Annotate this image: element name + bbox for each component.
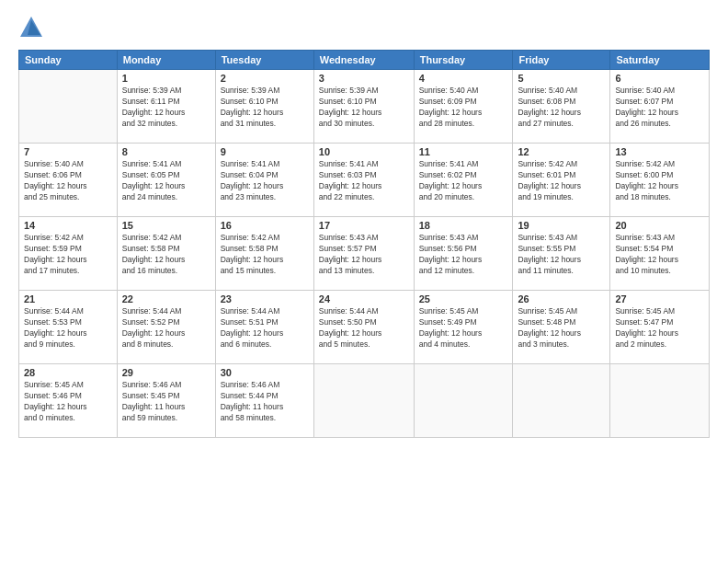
day-number: 8 [122, 146, 210, 157]
calendar-cell: 25Sunrise: 5:45 AMSunset: 5:49 PMDayligh… [414, 291, 513, 364]
day-info: Sunrise: 5:40 AMSunset: 6:08 PMDaylight:… [518, 86, 605, 130]
calendar-week-row: 1Sunrise: 5:39 AMSunset: 6:11 PMDaylight… [19, 70, 710, 144]
logo-icon [18, 15, 44, 40]
calendar-cell: 27Sunrise: 5:45 AMSunset: 5:47 PMDayligh… [610, 291, 710, 364]
day-info: Sunrise: 5:40 AMSunset: 6:09 PMDaylight:… [419, 86, 508, 130]
day-number: 26 [518, 293, 605, 304]
day-info: Sunrise: 5:44 AMSunset: 5:53 PMDaylight:… [24, 306, 112, 350]
day-number: 19 [518, 220, 605, 231]
day-info: Sunrise: 5:43 AMSunset: 5:54 PMDaylight:… [615, 233, 704, 277]
calendar-week-row: 7Sunrise: 5:40 AMSunset: 6:06 PMDaylight… [19, 144, 710, 217]
day-info: Sunrise: 5:45 AMSunset: 5:46 PMDaylight:… [24, 380, 112, 424]
day-info: Sunrise: 5:40 AMSunset: 6:07 PMDaylight:… [615, 86, 704, 130]
day-info: Sunrise: 5:39 AMSunset: 6:11 PMDaylight:… [122, 86, 210, 130]
calendar-week-row: 28Sunrise: 5:45 AMSunset: 5:46 PMDayligh… [19, 364, 710, 438]
day-number: 15 [122, 220, 210, 231]
day-info: Sunrise: 5:46 AMSunset: 5:44 PMDaylight:… [221, 380, 309, 424]
day-number: 7 [24, 146, 112, 157]
day-number: 4 [419, 73, 508, 84]
weekday-header-row: Sunday Monday Tuesday Wednesday Thursday… [19, 51, 710, 70]
day-number: 22 [122, 293, 210, 304]
calendar-cell [513, 364, 610, 438]
calendar-cell: 29Sunrise: 5:46 AMSunset: 5:45 PMDayligh… [117, 364, 215, 438]
day-info: Sunrise: 5:43 AMSunset: 5:55 PMDaylight:… [518, 233, 605, 277]
day-number: 24 [319, 293, 409, 304]
calendar-cell: 20Sunrise: 5:43 AMSunset: 5:54 PMDayligh… [610, 217, 710, 291]
calendar-cell: 18Sunrise: 5:43 AMSunset: 5:56 PMDayligh… [414, 217, 513, 291]
calendar-cell [610, 364, 710, 438]
calendar-cell: 6Sunrise: 5:40 AMSunset: 6:07 PMDaylight… [610, 70, 710, 144]
header-sunday: Sunday [19, 51, 118, 70]
calendar-cell: 13Sunrise: 5:42 AMSunset: 6:00 PMDayligh… [610, 144, 710, 217]
calendar-cell: 1Sunrise: 5:39 AMSunset: 6:11 PMDaylight… [117, 70, 215, 144]
day-info: Sunrise: 5:42 AMSunset: 5:58 PMDaylight:… [221, 233, 309, 277]
day-number: 29 [122, 367, 210, 378]
day-info: Sunrise: 5:40 AMSunset: 6:06 PMDaylight:… [24, 159, 112, 203]
calendar-cell [414, 364, 513, 438]
day-number: 9 [221, 146, 309, 157]
calendar-week-row: 14Sunrise: 5:42 AMSunset: 5:59 PMDayligh… [19, 217, 710, 291]
day-number: 14 [24, 220, 112, 231]
header-saturday: Saturday [610, 51, 710, 70]
day-number: 1 [122, 73, 210, 84]
day-info: Sunrise: 5:44 AMSunset: 5:50 PMDaylight:… [319, 306, 409, 350]
day-number: 21 [24, 293, 112, 304]
day-info: Sunrise: 5:41 AMSunset: 6:05 PMDaylight:… [122, 159, 210, 203]
day-number: 6 [615, 73, 704, 84]
day-info: Sunrise: 5:43 AMSunset: 5:56 PMDaylight:… [419, 233, 508, 277]
calendar-cell [313, 364, 414, 438]
day-number: 2 [221, 73, 309, 84]
day-number: 23 [221, 293, 309, 304]
logo [18, 15, 48, 40]
day-number: 5 [518, 73, 605, 84]
day-number: 28 [24, 367, 112, 378]
day-info: Sunrise: 5:44 AMSunset: 5:52 PMDaylight:… [122, 306, 210, 350]
calendar-cell: 15Sunrise: 5:42 AMSunset: 5:58 PMDayligh… [117, 217, 215, 291]
calendar-cell: 8Sunrise: 5:41 AMSunset: 6:05 PMDaylight… [117, 144, 215, 217]
calendar-cell: 24Sunrise: 5:44 AMSunset: 5:50 PMDayligh… [313, 291, 414, 364]
day-number: 20 [615, 220, 704, 231]
day-info: Sunrise: 5:39 AMSunset: 6:10 PMDaylight:… [221, 86, 309, 130]
day-info: Sunrise: 5:41 AMSunset: 6:02 PMDaylight:… [419, 159, 508, 203]
day-info: Sunrise: 5:42 AMSunset: 6:01 PMDaylight:… [518, 159, 605, 203]
day-info: Sunrise: 5:42 AMSunset: 5:59 PMDaylight:… [24, 233, 112, 277]
day-number: 3 [319, 73, 409, 84]
day-info: Sunrise: 5:39 AMSunset: 6:10 PMDaylight:… [319, 86, 409, 130]
calendar-cell: 10Sunrise: 5:41 AMSunset: 6:03 PMDayligh… [313, 144, 414, 217]
calendar: Sunday Monday Tuesday Wednesday Thursday… [18, 50, 710, 438]
calendar-week-row: 21Sunrise: 5:44 AMSunset: 5:53 PMDayligh… [19, 291, 710, 364]
header-thursday: Thursday [414, 51, 513, 70]
day-info: Sunrise: 5:42 AMSunset: 6:00 PMDaylight:… [615, 159, 704, 203]
day-info: Sunrise: 5:41 AMSunset: 6:04 PMDaylight:… [221, 159, 309, 203]
calendar-cell: 7Sunrise: 5:40 AMSunset: 6:06 PMDaylight… [19, 144, 118, 217]
calendar-cell: 17Sunrise: 5:43 AMSunset: 5:57 PMDayligh… [313, 217, 414, 291]
day-number: 17 [319, 220, 409, 231]
calendar-cell: 28Sunrise: 5:45 AMSunset: 5:46 PMDayligh… [19, 364, 118, 438]
header-wednesday: Wednesday [313, 51, 414, 70]
header-monday: Monday [117, 51, 215, 70]
page-header [18, 15, 710, 40]
day-number: 25 [419, 293, 508, 304]
day-number: 18 [419, 220, 508, 231]
calendar-cell: 23Sunrise: 5:44 AMSunset: 5:51 PMDayligh… [215, 291, 313, 364]
calendar-cell: 26Sunrise: 5:45 AMSunset: 5:48 PMDayligh… [513, 291, 610, 364]
day-info: Sunrise: 5:46 AMSunset: 5:45 PMDaylight:… [122, 380, 210, 424]
header-tuesday: Tuesday [215, 51, 313, 70]
calendar-cell: 9Sunrise: 5:41 AMSunset: 6:04 PMDaylight… [215, 144, 313, 217]
calendar-cell: 2Sunrise: 5:39 AMSunset: 6:10 PMDaylight… [215, 70, 313, 144]
day-info: Sunrise: 5:45 AMSunset: 5:48 PMDaylight:… [518, 306, 605, 350]
calendar-cell: 16Sunrise: 5:42 AMSunset: 5:58 PMDayligh… [215, 217, 313, 291]
calendar-cell: 14Sunrise: 5:42 AMSunset: 5:59 PMDayligh… [19, 217, 118, 291]
calendar-cell [19, 70, 118, 144]
day-number: 12 [518, 146, 605, 157]
header-friday: Friday [513, 51, 610, 70]
calendar-cell: 11Sunrise: 5:41 AMSunset: 6:02 PMDayligh… [414, 144, 513, 217]
day-info: Sunrise: 5:42 AMSunset: 5:58 PMDaylight:… [122, 233, 210, 277]
day-number: 27 [615, 293, 704, 304]
calendar-cell: 12Sunrise: 5:42 AMSunset: 6:01 PMDayligh… [513, 144, 610, 217]
day-info: Sunrise: 5:41 AMSunset: 6:03 PMDaylight:… [319, 159, 409, 203]
day-info: Sunrise: 5:44 AMSunset: 5:51 PMDaylight:… [221, 306, 309, 350]
calendar-cell: 5Sunrise: 5:40 AMSunset: 6:08 PMDaylight… [513, 70, 610, 144]
calendar-cell: 22Sunrise: 5:44 AMSunset: 5:52 PMDayligh… [117, 291, 215, 364]
calendar-cell: 4Sunrise: 5:40 AMSunset: 6:09 PMDaylight… [414, 70, 513, 144]
